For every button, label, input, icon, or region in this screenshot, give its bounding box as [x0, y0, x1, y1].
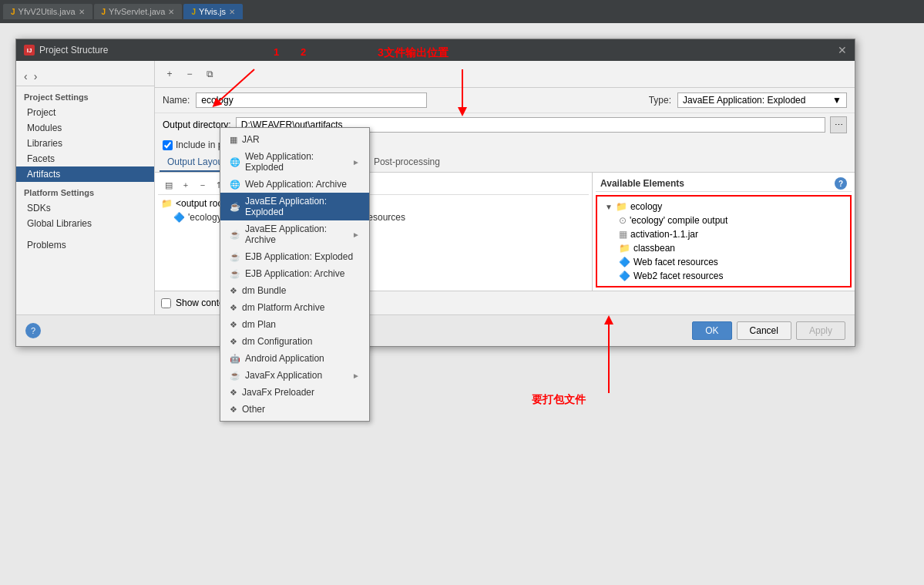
folder-icon: 📁	[619, 243, 630, 254]
name-input[interactable]	[196, 92, 427, 108]
sidebar-item-libraries[interactable]: Libraries	[16, 136, 154, 151]
menu-item-label: JavaFx Application	[245, 370, 322, 381]
tree-child-label-2: classbean	[633, 243, 675, 254]
tab-yfvservlet[interactable]: J YfvServlet.java ✕	[94, 4, 183, 19]
sidebar-item-facets[interactable]: Facets	[16, 151, 154, 166]
menu-item-label: Android Application	[245, 353, 324, 364]
include-checkbox[interactable]	[163, 140, 173, 150]
menu-item-ejb-exploded[interactable]: ☕ EJB Application: Exploded	[220, 248, 369, 265]
close-button[interactable]: ✕	[838, 44, 847, 56]
platform-settings-title: Platform Settings	[16, 185, 154, 200]
close-icon[interactable]: ✕	[168, 8, 174, 16]
menu-item-javaee-archive[interactable]: ☕ JavaEE Application: Archive ►	[220, 220, 369, 248]
sidebar-item-sdks[interactable]: SDKs	[16, 200, 154, 216]
available-header-label: Available Elements	[600, 178, 684, 189]
tree-child-label-4: Web2 facet resources	[633, 271, 724, 281]
tab-post-processing[interactable]: Post-processing	[366, 153, 448, 172]
tree-child-item-3[interactable]: 🔷 Web facet resources	[600, 255, 847, 269]
js-icon: J	[191, 8, 196, 16]
web-icon: 🌐	[230, 157, 240, 167]
sidebar-item-global-libraries[interactable]: Global Libraries	[16, 216, 154, 231]
menu-item-label: JavaEE Application: Exploded	[245, 196, 360, 217]
jar-icon: ▦	[230, 135, 237, 145]
sidebar-item-problems[interactable]: Problems	[16, 237, 154, 253]
ok-button[interactable]: OK	[692, 321, 731, 340]
menu-item-ejb-archive[interactable]: ☕ EJB Application: Archive	[220, 265, 369, 282]
menu-item-web-exploded[interactable]: 🌐 Web Application: Exploded ►	[220, 148, 369, 176]
menu-item-javaee-exploded[interactable]: ☕ JavaEE Application: Exploded	[220, 193, 369, 220]
chevron-down-icon: ▼	[832, 95, 842, 106]
menu-item-javafx[interactable]: ☕ JavaFx Application ►	[220, 367, 369, 384]
sidebar-item-modules[interactable]: Modules	[16, 120, 154, 136]
menu-item-label: Web Application: Archive	[245, 179, 347, 190]
menu-item-dm-plan[interactable]: ❖ dm Plan	[220, 316, 369, 333]
help-icon[interactable]: ?	[835, 177, 847, 190]
menu-item-label: dm Plan	[242, 319, 276, 330]
dialog-title: Project Structure	[39, 45, 108, 55]
menu-item-label: JavaEE Application: Archive	[245, 224, 348, 245]
ejb-arch-icon: ☕	[230, 269, 240, 279]
menu-item-web-archive[interactable]: 🌐 Web Application: Archive	[220, 176, 369, 193]
dm-conf-icon: ❖	[230, 337, 237, 347]
output-minus-btn[interactable]: −	[195, 177, 210, 193]
dm-plat-icon: ❖	[230, 303, 237, 313]
sidebar-item-artifacts[interactable]: Artifacts	[16, 166, 154, 182]
javaee-arch-icon: ☕	[230, 230, 240, 240]
close-icon[interactable]: ✕	[79, 8, 85, 16]
menu-item-android[interactable]: 🤖 Android Application	[220, 350, 369, 367]
menu-item-label: Other	[242, 404, 265, 415]
name-label: Name:	[163, 95, 190, 106]
web2-icon: 🔷	[619, 271, 630, 281]
add-dropdown-menu: ▦ JAR 🌐 Web Application: Exploded ► 🌐 We…	[220, 127, 370, 422]
tree-child-item-2[interactable]: 📁 classbean	[600, 241, 847, 255]
arrow-icon: ►	[352, 230, 360, 239]
menu-item-dm-bundle[interactable]: ❖ dm Bundle	[220, 282, 369, 299]
artifact-toolbar: + − ⧉	[155, 61, 855, 88]
tree-child-label-3: Web facet resources	[633, 257, 718, 267]
folder-icon: 📁	[616, 201, 627, 212]
name-type-row: Name: Type: JavaEE Application: Exploded…	[155, 88, 855, 113]
menu-item-dm-config[interactable]: ❖ dm Configuration	[220, 333, 369, 350]
type-select[interactable]: JavaEE Application: Exploded ▼	[677, 92, 847, 108]
apply-button[interactable]: Apply	[796, 321, 845, 340]
ejb-icon: ☕	[230, 252, 240, 262]
output-add-btn[interactable]: ▤	[161, 177, 176, 193]
cancel-button[interactable]: Cancel	[737, 321, 791, 340]
output-plus-btn[interactable]: +	[178, 177, 193, 193]
project-settings-title: Project Settings	[16, 89, 154, 105]
tree-child-item-4[interactable]: 🔷 Web2 facet resources	[600, 269, 847, 283]
help-button[interactable]: ?	[25, 323, 41, 338]
menu-item-label: Web Application: Exploded	[245, 151, 348, 173]
javaee-icon: ☕	[230, 202, 240, 212]
tree-root-label: ecology	[630, 201, 662, 212]
menu-item-javafx-preloader[interactable]: ❖ JavaFx Preloader	[220, 384, 369, 401]
dialog-body: ‹ › Project Settings Project Modules Lib…	[16, 61, 855, 314]
close-icon[interactable]: ✕	[229, 8, 235, 16]
tree-child-item-1[interactable]: ▦ activation-1.1.jar	[600, 227, 847, 241]
show-content-checkbox[interactable]	[161, 298, 171, 308]
output-dir-browse-button[interactable]: ⋯	[830, 116, 847, 133]
back-button[interactable]: ‹	[22, 70, 29, 82]
project-structure-dialog: IJ Project Structure ✕ ‹ › Project Setti…	[15, 39, 855, 347]
menu-item-label: EJB Application: Exploded	[245, 251, 353, 262]
remove-artifact-button[interactable]: −	[181, 66, 198, 82]
menu-item-jar[interactable]: ▦ JAR	[220, 131, 369, 148]
menu-item-label: dm Configuration	[242, 336, 312, 347]
menu-item-dm-platform[interactable]: ❖ dm Platform Archive	[220, 299, 369, 316]
tab-yfvv2utils[interactable]: J YfvV2Utils.java ✕	[3, 4, 92, 19]
copy-artifact-button[interactable]: ⧉	[201, 66, 218, 82]
tree-child-item-0[interactable]: ⊙ 'ecology' compile output	[600, 213, 847, 227]
intellij-icon: IJ	[24, 45, 35, 55]
android-icon: 🤖	[230, 354, 240, 364]
menu-item-other[interactable]: ❖ Other	[220, 401, 369, 418]
forward-button[interactable]: ›	[32, 70, 39, 82]
arrow-icon: ►	[352, 372, 360, 380]
add-artifact-button[interactable]: +	[161, 66, 178, 82]
expand-icon: ▼	[605, 203, 613, 211]
dialog-titlebar: IJ Project Structure ✕	[16, 39, 855, 61]
jar-icon: ▦	[619, 229, 627, 240]
tab-yfvis[interactable]: J Yfvis.js ✕	[183, 4, 242, 19]
web-arch-icon: 🌐	[230, 180, 240, 190]
sidebar-item-project[interactable]: Project	[16, 105, 154, 120]
tree-root-item[interactable]: ▼ 📁 ecology	[600, 200, 847, 213]
